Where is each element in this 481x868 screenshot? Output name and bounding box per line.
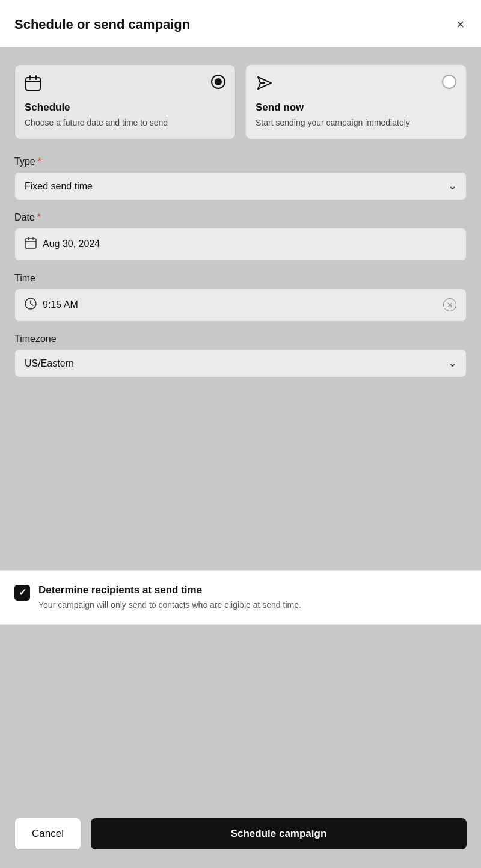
svg-rect-0 [26,78,40,90]
checkbox-text-group: Determine recipients at send time Your c… [38,584,467,611]
svg-rect-6 [25,239,36,248]
type-field-label: Type * [14,156,467,167]
date-field-label: Date * [14,212,467,223]
timezone-select-wrapper: US/Eastern US/Central US/Mountain US/Pac… [14,349,467,377]
checkbox-label: Determine recipients at send time [38,584,467,596]
send-now-option-label: Send now [256,102,456,114]
time-left: 9:15 AM [25,298,78,313]
modal-header: Schedule or send campaign × [0,0,481,47]
checkbox-description: Your campaign will only send to contacts… [38,599,467,611]
timezone-field-label: Timezone [14,334,467,344]
schedule-option-label: Schedule [25,102,225,114]
modal-footer: Cancel Schedule campaign [0,805,481,868]
type-select-wrapper: Fixed send time Smart send time ⌄ [14,172,467,200]
date-required-star: * [37,212,41,223]
checkbox-checkmark: ✓ [19,587,26,598]
send-now-radio[interactable] [442,75,456,89]
close-button[interactable]: × [454,14,467,35]
calendar-icon [25,75,41,96]
clock-icon [25,298,37,313]
schedule-card-top [25,75,225,96]
timezone-select[interactable]: US/Eastern US/Central US/Mountain US/Pac… [14,349,467,377]
date-field-group: Date * Aug 30, 2024 [14,212,467,261]
date-input[interactable]: Aug 30, 2024 [14,228,467,261]
send-now-option-desc: Start sending your campaign immediately [256,117,456,129]
schedule-option-desc: Choose a future date and time to send [25,117,225,129]
send-now-option-card[interactable]: Send now Start sending your campaign imm… [245,64,467,139]
cancel-button[interactable]: Cancel [14,818,81,850]
date-value: Aug 30, 2024 [43,239,100,249]
svg-line-12 [31,304,33,305]
recipients-checkbox[interactable]: ✓ [14,585,30,601]
type-select[interactable]: Fixed send time Smart send time [14,172,467,200]
time-input[interactable]: 9:15 AM ✕ [14,289,467,322]
timezone-field-group: Timezone US/Eastern US/Central US/Mounta… [14,334,467,377]
type-field-group: Type * Fixed send time Smart send time ⌄ [14,156,467,200]
schedule-option-card[interactable]: Schedule Choose a future date and time t… [14,64,236,139]
option-cards: Schedule Choose a future date and time t… [14,64,467,139]
send-now-card-top [256,75,456,96]
send-icon [256,75,272,96]
modal-title: Schedule or send campaign [14,17,190,32]
checkbox-section: ✓ Determine recipients at send time Your… [0,570,481,625]
clear-time-button[interactable]: ✕ [443,298,456,311]
schedule-radio[interactable] [211,75,225,89]
time-value: 9:15 AM [43,299,78,310]
checkbox-row: ✓ Determine recipients at send time Your… [14,584,467,611]
type-required-star: * [38,156,41,167]
modal-container: Schedule or send campaign × [0,0,481,868]
schedule-radio-inner [215,78,222,85]
time-field-group: Time 9:15 AM ✕ [14,273,467,322]
gray-spacer [0,625,481,805]
time-field-label: Time [14,273,467,284]
modal-body: Schedule Choose a future date and time t… [0,47,481,570]
schedule-campaign-button[interactable]: Schedule campaign [91,818,467,849]
date-icon [25,237,37,252]
